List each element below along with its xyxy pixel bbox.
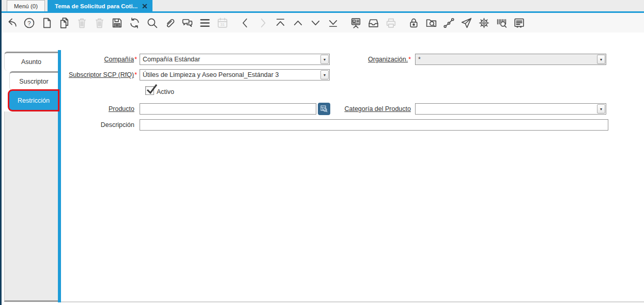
chat-icon: [181, 17, 194, 29]
organizacion-dropdown-arrow-icon[interactable]: ▾: [597, 55, 605, 64]
last-record-button[interactable]: [327, 17, 340, 29]
producto-label: Producto: [83, 105, 134, 113]
workflow-icon: [442, 17, 455, 29]
first-record-icon: [274, 17, 287, 29]
up-record-button[interactable]: [292, 17, 304, 29]
first-record-button[interactable]: [274, 17, 287, 29]
product-info-icon: [495, 17, 508, 29]
report-button[interactable]: [349, 17, 362, 29]
toolbar: ?31: [2, 13, 644, 33]
activo-checkbox[interactable]: [145, 86, 154, 95]
subscriptor-combobox[interactable]: Útiles de Limpieza y Aseo Personal_Están…: [140, 69, 330, 81]
refresh-button[interactable]: [128, 17, 141, 29]
descripcion-label: Descripción: [83, 121, 134, 129]
close-tab-icon[interactable]: ✕: [142, 3, 148, 10]
detail-tab-label: Restricción: [18, 97, 50, 104]
compania-dropdown-arrow-icon[interactable]: ▾: [320, 55, 329, 64]
calendar-button: 31: [216, 17, 229, 29]
chat-button[interactable]: [181, 17, 194, 29]
detail-tab-restriccion[interactable]: Restricción: [9, 91, 58, 110]
categoria-label: Categoría del Producto: [339, 105, 411, 113]
detail-tab-asunto[interactable]: Asunto: [4, 52, 58, 71]
find-icon: [146, 17, 159, 29]
checkmark-icon: [146, 83, 158, 95]
zoom-across-icon: [425, 17, 438, 29]
required-marker: *: [134, 56, 137, 63]
note-icon: [513, 17, 526, 29]
send-button[interactable]: [460, 17, 473, 29]
detail-tab-suscriptor[interactable]: Suscriptor: [9, 71, 58, 90]
compania-combobox[interactable]: Compañía Estándar ▾: [140, 54, 330, 65]
note-button[interactable]: [513, 17, 526, 29]
delete-selection-button: [93, 17, 106, 29]
organizacion-combobox[interactable]: * ▾: [415, 54, 606, 65]
workflow-button[interactable]: [442, 17, 455, 29]
save-icon: [111, 17, 124, 29]
detail-tab-label: Suscriptor: [19, 78, 48, 85]
preferences-button[interactable]: [478, 17, 490, 29]
delete-record-button: [75, 17, 88, 29]
refresh-icon: [128, 17, 141, 29]
producto-record-search-button[interactable]: [318, 103, 330, 115]
previous-icon: [239, 17, 252, 29]
copy-record-icon: [58, 17, 71, 29]
categoria-dropdown-arrow-icon[interactable]: ▾: [597, 104, 605, 114]
svg-text:?: ?: [27, 20, 30, 26]
help-icon: ?: [23, 17, 36, 29]
report-icon: [349, 17, 362, 29]
detail-tab-list: AsuntoSuscriptorRestricción: [2, 52, 58, 110]
subscriptor-label: Subscriptor SCP (RfQ)*: [67, 71, 137, 78]
producto-input[interactable]: [140, 103, 316, 115]
delete-record-icon: [75, 17, 88, 29]
attachment-icon: [163, 17, 176, 29]
next-icon: [256, 17, 269, 29]
lock-button[interactable]: [407, 17, 420, 29]
undo-button[interactable]: [5, 17, 18, 29]
descripcion-input[interactable]: [140, 119, 608, 131]
categoria-value: [416, 104, 596, 114]
tab-tema-solicitud-label: Tema de Solicitud para Coti...: [55, 3, 137, 9]
required-marker: *: [408, 56, 411, 63]
save-button[interactable]: [111, 17, 124, 29]
svg-text:31: 31: [220, 22, 225, 27]
undo-icon: [5, 17, 18, 29]
tab-panel-divider: [58, 50, 61, 302]
compania-value: Compañía Estándar: [140, 54, 320, 65]
tab-menu-label: Menú (0): [14, 3, 38, 9]
application-window: Menú (0) Tema de Solicitud para Coti... …: [0, 0, 644, 305]
new-record-button[interactable]: [40, 17, 53, 29]
tab-menu[interactable]: Menú (0): [7, 0, 45, 11]
previous-button[interactable]: [239, 17, 252, 29]
down-record-icon: [309, 17, 322, 29]
subscriptor-dropdown-arrow-icon[interactable]: ▾: [320, 70, 329, 79]
last-record-icon: [327, 17, 340, 29]
categoria-combobox[interactable]: ▾: [415, 103, 606, 115]
up-record-icon: [292, 17, 304, 29]
new-record-icon: [40, 17, 53, 29]
detail-tab-label: Asunto: [21, 58, 41, 66]
down-record-button[interactable]: [309, 17, 322, 29]
preferences-icon: [478, 17, 490, 29]
print-icon: [385, 17, 397, 29]
organizacion-label: Organización.*: [341, 56, 411, 63]
find-button[interactable]: [146, 17, 159, 29]
zoom-across-button[interactable]: [425, 17, 438, 29]
archive-button[interactable]: [367, 17, 380, 29]
grid-toggle-button[interactable]: [198, 17, 211, 29]
detail-tab-panel-body: [4, 111, 58, 302]
window-tab-bar: Menú (0) Tema de Solicitud para Coti... …: [0, 0, 644, 13]
tab-tema-solicitud[interactable]: Tema de Solicitud para Coti... ✕: [48, 0, 152, 11]
organizacion-value: *: [416, 54, 596, 65]
copy-record-button[interactable]: [58, 17, 71, 29]
subscriptor-value: Útiles de Limpieza y Aseo Personal_Están…: [140, 70, 320, 80]
record-search-icon: [320, 105, 328, 113]
calendar-icon: 31: [216, 17, 229, 29]
help-button[interactable]: ?: [23, 17, 36, 29]
print-button: [385, 17, 397, 29]
next-button: [256, 17, 269, 29]
attachment-button[interactable]: [163, 17, 176, 29]
delete-selection-icon: [93, 17, 106, 29]
grid-toggle-icon: [198, 17, 211, 29]
product-info-button[interactable]: [495, 17, 508, 29]
required-marker: *: [134, 71, 137, 78]
